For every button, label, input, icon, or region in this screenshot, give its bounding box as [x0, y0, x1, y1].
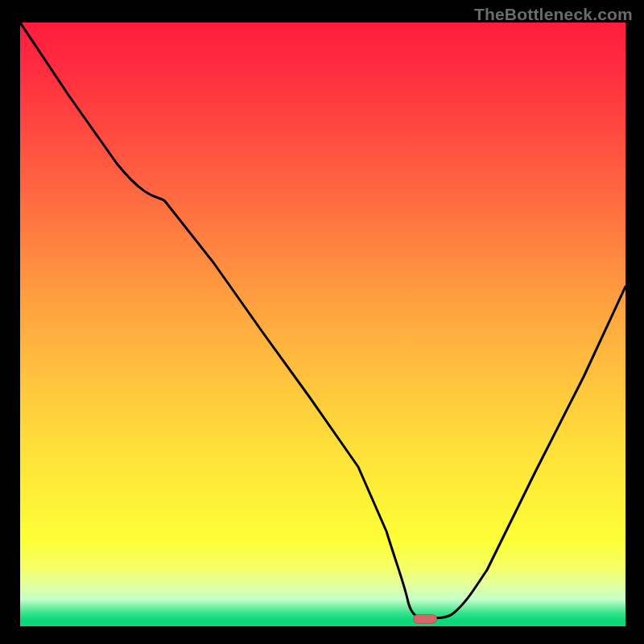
plot-inner [20, 23, 625, 626]
target-marker [413, 614, 437, 624]
bottleneck-curve [20, 23, 625, 626]
watermark-text: TheBottleneck.com [474, 5, 633, 24]
plot-area [20, 23, 625, 626]
chart-stage: TheBottleneck.com [0, 0, 644, 644]
